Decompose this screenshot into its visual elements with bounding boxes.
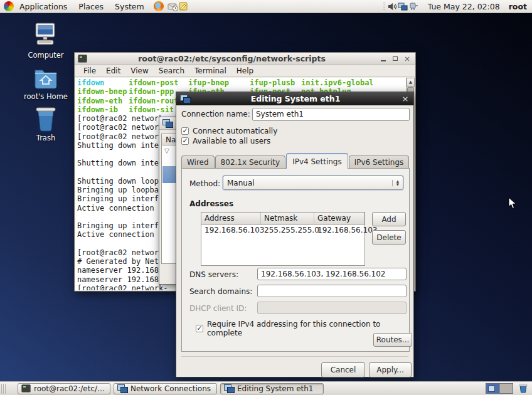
column-header-gateway[interactable]: Gateway xyxy=(314,213,364,224)
terminal-ls-line: ifdownifdown-postifup-bnepifup-plusbinit… xyxy=(77,78,374,87)
available-all-users-checkbox[interactable]: ✓ xyxy=(181,137,189,145)
available-all-users-row[interactable]: ✓ Available to all users xyxy=(181,137,270,145)
workspace-1[interactable] xyxy=(486,384,499,393)
address-row[interactable]: 192.168.56.103255.255.255.0192.168.56.10… xyxy=(201,225,364,236)
ipv4-settings-panel: Method: Manual ▲▼ Addresses AddressNetma… xyxy=(181,168,410,352)
column-header-address[interactable]: Address xyxy=(201,213,261,224)
volume-icon[interactable] xyxy=(387,1,398,12)
taskbar-handle[interactable] xyxy=(1,384,6,394)
apply-button[interactable]: Apply... xyxy=(369,362,412,377)
terminal-icon xyxy=(21,384,31,392)
terminal-titlebar[interactable]: root@rac02:/etc/sysconfig/network-script… xyxy=(75,53,415,65)
connect-automatically-checkbox[interactable]: ✓ xyxy=(181,127,189,135)
taskbar-window-label: root@rac02:/etc/sysco... xyxy=(34,384,107,393)
delete-button[interactable]: Delete xyxy=(372,230,406,245)
address-cell: 192.168.56.103 xyxy=(201,225,261,236)
connection-name-field[interactable]: System eth1 xyxy=(252,108,410,121)
taskbar-window-network-connections[interactable]: Network Connections xyxy=(114,383,217,394)
terminal-menu-file[interactable]: File xyxy=(78,66,101,75)
terminal-menu-terminal[interactable]: Terminal xyxy=(189,66,231,75)
distro-menu-icon[interactable] xyxy=(4,1,14,11)
require-ipv4-checkbox[interactable]: ✓ xyxy=(196,325,203,332)
add-button[interactable]: Add xyxy=(372,212,406,226)
tab-ipv4-settings[interactable]: IPv4 Settings xyxy=(286,153,348,169)
network-icon xyxy=(224,384,234,392)
clock[interactable]: Tue May 22, 02:08 xyxy=(419,2,509,11)
dialog-icon xyxy=(180,95,190,103)
dialog-title: Editing System eth1 xyxy=(190,94,401,103)
dns-servers-label: DNS servers: xyxy=(189,270,238,279)
close-icon[interactable]: × xyxy=(402,55,412,63)
workspace-2[interactable] xyxy=(499,384,513,393)
addresses-table[interactable]: AddressNetmaskGateway 192.168.56.103255.… xyxy=(201,212,365,266)
desktop-icon-computer[interactable]: Computer xyxy=(16,21,76,60)
addresses-table-header: AddressNetmaskGateway xyxy=(201,213,364,225)
search-domains-label: Search domains: xyxy=(189,287,252,296)
close-icon[interactable]: × xyxy=(401,94,410,103)
dhcp-client-id-label: DHCP client ID: xyxy=(189,304,247,313)
desktop-icon-home[interactable]: root's Home xyxy=(16,65,76,101)
method-label: Method: xyxy=(189,179,220,188)
menu-system[interactable]: System xyxy=(109,0,150,13)
dns-servers-field[interactable]: 192.168.56.103, 192.168.56.102 xyxy=(257,268,407,280)
notes-launcher-icon[interactable] xyxy=(178,1,189,12)
taskbar-window-root-rac02-etc-sysco-[interactable]: root@rac02:/etc/sysco... xyxy=(18,383,110,394)
menu-applications[interactable]: Applications xyxy=(14,0,73,13)
network-connections-icon xyxy=(162,119,173,127)
routes-button[interactable]: Routes... xyxy=(373,333,412,347)
taskbar-window-label: Network Connections xyxy=(130,384,211,393)
edit-connection-dialog: Editing System eth1 × Connection name: S… xyxy=(176,92,414,377)
user-menu[interactable]: root xyxy=(509,2,532,11)
home-folder-icon xyxy=(33,65,59,90)
top-panel: Applications Places System Tue M xyxy=(0,0,532,13)
settings-tabs: Wired802.1x SecurityIPv4 SettingsIPv6 Se… xyxy=(181,154,410,169)
minimize-icon[interactable] xyxy=(378,55,388,63)
network-plug-icon[interactable] xyxy=(408,1,419,12)
menu-places[interactable]: Places xyxy=(73,0,109,13)
addresses-heading: Addresses xyxy=(189,199,233,208)
terminal-menu-help[interactable]: Help xyxy=(231,66,258,75)
network-icon xyxy=(117,384,127,392)
bottom-taskbar: root@rac02:/etc/sysco...Network Connecti… xyxy=(0,381,532,395)
connect-automatically-label: Connect automatically xyxy=(193,127,277,135)
taskbar-window-editing-system-eth1[interactable]: Editing System eth1 xyxy=(220,383,324,394)
available-all-users-label: Available to all users xyxy=(193,137,270,145)
firefox-launcher-icon[interactable] xyxy=(154,1,164,11)
email-launcher-icon[interactable] xyxy=(168,1,178,12)
scroll-up-icon[interactable]: ▲ xyxy=(407,78,415,87)
computer-icon xyxy=(32,21,60,49)
terminal-menu-view[interactable]: View xyxy=(125,66,153,75)
dhcp-client-id-field xyxy=(257,302,407,314)
method-dropdown[interactable]: Manual ▲▼ xyxy=(223,176,403,190)
taskbar-window-label: Editing System eth1 xyxy=(237,384,314,393)
tab-802-1x-security[interactable]: 802.1x Security xyxy=(215,155,286,169)
dialog-titlebar[interactable]: Editing System eth1 × xyxy=(176,92,413,105)
terminal-menubar: FileEditViewSearchTerminalHelp xyxy=(75,65,415,77)
tab-ipv6-settings[interactable]: IPv6 Settings xyxy=(349,155,410,169)
tab-wired[interactable]: Wired xyxy=(181,155,215,169)
terminal-menu-edit[interactable]: Edit xyxy=(101,66,125,75)
dropdown-stepper-icon: ▲▼ xyxy=(392,180,399,186)
connect-automatically-row[interactable]: ✓ Connect automatically xyxy=(181,127,277,135)
address-cell: 255.255.255.0 xyxy=(261,225,314,236)
desktop: Computer root's Home Trash root@rac02:/e… xyxy=(0,0,532,395)
desktop-icon-label: Computer xyxy=(16,51,76,60)
search-domains-field[interactable] xyxy=(257,285,407,297)
network-status-icon[interactable] xyxy=(398,1,408,12)
mouse-cursor xyxy=(508,197,517,209)
tray-separator xyxy=(383,2,385,11)
method-value: Manual xyxy=(227,179,255,187)
maximize-icon[interactable] xyxy=(390,55,400,63)
desktop-icon-label: root's Home xyxy=(16,92,76,101)
desktop-icon-label: Trash xyxy=(16,134,76,142)
cancel-button[interactable]: Cancel xyxy=(321,362,365,377)
address-cell: 192.168.56.103 xyxy=(314,225,364,236)
terminal-icon xyxy=(78,55,87,63)
connection-name-label: Connection name: xyxy=(181,110,250,118)
terminal-title: root@rac02:/etc/sysconfig/network-script… xyxy=(87,54,376,63)
workspace-switcher[interactable] xyxy=(486,383,513,394)
column-header-netmask[interactable]: Netmask xyxy=(261,213,314,224)
terminal-menu-search[interactable]: Search xyxy=(154,66,189,75)
desktop-icon-trash[interactable]: Trash xyxy=(16,105,76,142)
trash-applet-icon[interactable] xyxy=(518,382,529,394)
